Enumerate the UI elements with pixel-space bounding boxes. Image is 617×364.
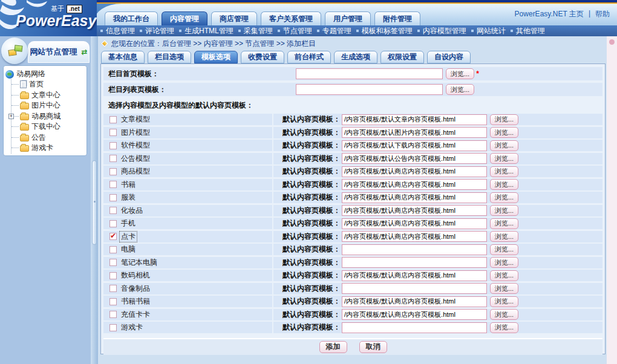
main-nav-tab[interactable]: 用户管理	[325, 11, 371, 25]
browse-button[interactable]: 浏览...	[490, 114, 518, 125]
model-checkbox[interactable]	[109, 324, 117, 331]
model-name[interactable]: 充值卡卡	[120, 310, 151, 320]
subnav-item[interactable]: 其他管理	[508, 26, 545, 36]
tree-item[interactable]: 文章中心	[11, 90, 85, 101]
model-name[interactable]: 书籍	[120, 180, 137, 190]
cancel-button[interactable]: 取消	[359, 341, 387, 353]
subnav-item[interactable]: 专题管理	[314, 26, 351, 36]
settings-tab[interactable]: 基本信息	[101, 51, 145, 63]
model-template-input[interactable]	[342, 244, 487, 255]
model-checkbox[interactable]	[109, 155, 117, 162]
settings-tab[interactable]: 权限设置	[380, 51, 424, 63]
model-checkbox[interactable]	[109, 246, 117, 253]
browse-button[interactable]: 浏览...	[490, 322, 518, 333]
browse-button[interactable]: 浏览...	[490, 127, 518, 138]
model-checkbox[interactable]	[109, 116, 117, 123]
browse-button[interactable]: 浏览...	[446, 68, 474, 79]
help-link[interactable]: 帮助	[595, 9, 610, 19]
model-template-input[interactable]	[342, 309, 487, 320]
tree-item[interactable]: 下载中心	[11, 122, 85, 132]
main-nav-tab[interactable]: 附件管理	[374, 11, 420, 25]
browse-button[interactable]: 浏览...	[490, 283, 518, 294]
subnav-item[interactable]: 内容模型管理	[414, 26, 466, 36]
model-name[interactable]: 点卡	[120, 232, 137, 242]
model-checkbox[interactable]	[109, 311, 117, 318]
model-checkbox[interactable]	[109, 298, 117, 305]
model-template-input[interactable]	[342, 231, 487, 242]
main-nav-tab[interactable]: 内容管理	[162, 11, 207, 25]
model-name[interactable]: 游戏卡	[120, 322, 144, 333]
model-name[interactable]: 图片模型	[120, 128, 151, 138]
model-name[interactable]: 电脑	[120, 244, 137, 255]
model-name[interactable]: 服装	[120, 192, 137, 203]
model-checkbox[interactable]	[109, 129, 117, 136]
model-template-input[interactable]	[342, 140, 487, 151]
model-checkbox[interactable]	[109, 233, 117, 240]
model-name[interactable]: 公告模型	[120, 154, 151, 164]
model-name[interactable]: 笔记本电脑	[120, 258, 158, 268]
refresh-icon[interactable]: ⇄	[81, 48, 87, 56]
add-button[interactable]: 添加	[319, 341, 347, 353]
model-template-input[interactable]	[342, 179, 487, 190]
model-template-input[interactable]	[342, 257, 487, 268]
model-checkbox[interactable]	[109, 194, 117, 201]
model-template-input[interactable]	[342, 296, 487, 307]
browse-button[interactable]: 浏览...	[490, 140, 518, 151]
model-name[interactable]: 软件模型	[120, 140, 151, 151]
browse-button[interactable]: 浏览...	[490, 205, 518, 216]
subnav-item[interactable]: 采集管理	[235, 26, 273, 36]
model-name[interactable]: 书籍书籍	[120, 296, 151, 307]
template-path-input[interactable]	[296, 84, 443, 95]
browse-button[interactable]: 浏览...	[490, 257, 518, 268]
model-checkbox[interactable]	[109, 259, 117, 266]
browse-button[interactable]: 浏览...	[446, 84, 474, 95]
tree-item[interactable]: 游戏卡	[11, 143, 85, 154]
browse-button[interactable]: 浏览...	[490, 231, 518, 242]
tree-item[interactable]: 公告	[11, 132, 85, 143]
model-name[interactable]: 数码相机	[120, 270, 151, 281]
home-link[interactable]: PowerEasy.NET 主页	[515, 9, 584, 19]
model-template-input[interactable]	[342, 283, 487, 294]
model-template-input[interactable]	[342, 192, 487, 203]
model-checkbox[interactable]	[109, 142, 117, 149]
model-checkbox[interactable]	[109, 285, 117, 292]
browse-button[interactable]: 浏览...	[490, 296, 518, 307]
model-template-input[interactable]	[342, 218, 487, 229]
settings-tab[interactable]: 栏目选项	[148, 51, 191, 63]
browse-button[interactable]: 浏览...	[490, 153, 518, 164]
settings-tab[interactable]: 前台样式	[287, 51, 331, 63]
model-name[interactable]: 手机	[120, 218, 137, 229]
settings-tab[interactable]: 生成选项	[334, 51, 377, 63]
panel-splitter[interactable]	[91, 36, 98, 364]
settings-tab[interactable]: 模板选项	[194, 51, 238, 63]
tree-item[interactable]: + 动易商城	[11, 111, 85, 122]
settings-tab[interactable]: 自设内容	[427, 51, 471, 63]
model-template-input[interactable]	[342, 322, 487, 333]
template-path-input[interactable]	[296, 68, 443, 79]
browse-button[interactable]: 浏览...	[490, 309, 518, 320]
browse-button[interactable]: 浏览...	[490, 218, 518, 229]
splitter-handle[interactable]	[92, 160, 97, 245]
browse-button[interactable]: 浏览...	[490, 270, 518, 281]
model-checkbox[interactable]	[109, 207, 117, 214]
subnav-item[interactable]: 模板和标签管理	[353, 26, 413, 36]
model-template-input[interactable]	[342, 114, 487, 125]
model-name[interactable]: 文章模型	[120, 114, 151, 125]
model-checkbox[interactable]	[109, 272, 117, 279]
subnav-item[interactable]: 节点管理	[275, 26, 312, 36]
tree-item[interactable]: 图片中心	[11, 100, 85, 111]
subnav-item[interactable]: 评论管理	[137, 26, 174, 36]
model-template-input[interactable]	[342, 153, 487, 164]
subnav-item[interactable]: 信息管理	[97, 26, 135, 36]
model-template-input[interactable]	[342, 270, 487, 281]
model-name[interactable]: 商品模型	[120, 166, 151, 177]
model-template-input[interactable]	[342, 127, 487, 138]
model-checkbox[interactable]	[109, 181, 117, 188]
model-checkbox[interactable]	[109, 220, 117, 227]
model-checkbox[interactable]	[109, 168, 117, 175]
browse-button[interactable]: 浏览...	[490, 244, 518, 255]
browse-button[interactable]: 浏览...	[490, 166, 518, 177]
right-scroll-gutter[interactable]	[607, 36, 617, 364]
settings-tab[interactable]: 收费设置	[241, 51, 284, 63]
main-nav-tab[interactable]: 商店管理	[211, 11, 257, 25]
